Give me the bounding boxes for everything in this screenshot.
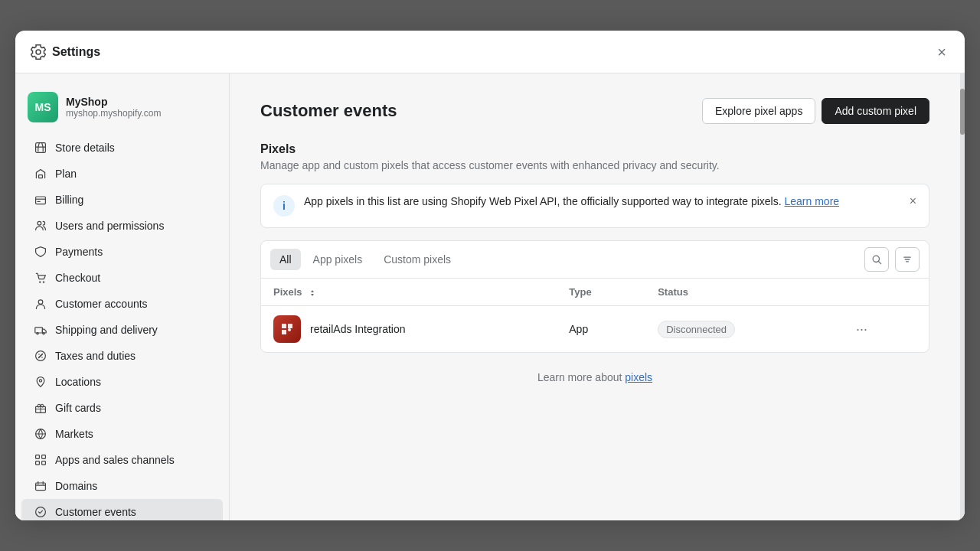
header-actions: Explore pixel apps Add custom pixel bbox=[702, 98, 929, 124]
sidebar-item-customer-events[interactable]: Customer events bbox=[21, 499, 223, 520]
main-content: Customer events Explore pixel apps Add c… bbox=[230, 73, 960, 520]
customer-events-icon bbox=[34, 505, 47, 519]
sidebar-item-label: Checkout bbox=[55, 272, 100, 284]
sidebar-item-label: Gift cards bbox=[55, 402, 101, 414]
sidebar-item-markets[interactable]: Markets bbox=[21, 421, 223, 447]
sidebar-item-label: Users and permissions bbox=[55, 220, 164, 232]
modal-title: Settings bbox=[52, 45, 100, 59]
pixel-actions-cell: ··· bbox=[838, 306, 929, 353]
tab-all[interactable]: All bbox=[270, 249, 301, 270]
sidebar-item-domains[interactable]: Domains bbox=[21, 473, 223, 499]
shipping-icon bbox=[34, 323, 47, 337]
pixels-section-desc: Manage app and custom pixels that access… bbox=[260, 159, 929, 171]
svg-point-5 bbox=[43, 281, 44, 282]
banner-close-button[interactable]: × bbox=[910, 195, 916, 207]
payments-icon bbox=[34, 245, 47, 259]
pixel-app-icon bbox=[273, 315, 301, 343]
col-pixels[interactable]: Pixels bbox=[261, 279, 557, 306]
table-row: retailAds Integration App Disconnected ·… bbox=[261, 306, 929, 353]
pixels-section-title: Pixels bbox=[260, 142, 929, 156]
status-badge: Disconnected bbox=[658, 321, 735, 338]
markets-icon bbox=[34, 427, 47, 441]
svg-rect-15 bbox=[42, 455, 46, 459]
svg-point-8 bbox=[37, 333, 38, 334]
pixels-learn-more-link[interactable]: pixels bbox=[625, 371, 652, 383]
svg-rect-16 bbox=[36, 461, 40, 465]
col-actions bbox=[838, 279, 929, 306]
store-url: myshop.myshopify.com bbox=[66, 108, 161, 119]
sidebar-item-label: Plan bbox=[55, 168, 77, 180]
sidebar-item-label: Store details bbox=[55, 142, 115, 154]
billing-icon bbox=[34, 193, 47, 207]
modal-overlay: Settings × MS MyShop myshop.myshopify.co… bbox=[0, 0, 980, 551]
more-options-button[interactable]: ··· bbox=[850, 318, 874, 341]
svg-point-9 bbox=[43, 333, 44, 334]
sidebar-item-billing[interactable]: Billing bbox=[21, 187, 223, 213]
sidebar-item-label: Customer accounts bbox=[55, 298, 148, 310]
locations-icon bbox=[34, 375, 47, 389]
svg-rect-7 bbox=[35, 328, 43, 333]
svg-point-11 bbox=[39, 380, 41, 382]
modal-body: MS MyShop myshop.myshopify.com Store det… bbox=[15, 73, 965, 520]
checkout-icon bbox=[34, 271, 47, 285]
tab-app-pixels[interactable]: App pixels bbox=[304, 249, 372, 270]
sidebar: MS MyShop myshop.myshopify.com Store det… bbox=[15, 73, 230, 520]
scroll-thumb[interactable] bbox=[960, 89, 965, 135]
svg-point-6 bbox=[38, 300, 43, 305]
pixel-name: retailAds Integration bbox=[310, 323, 406, 335]
info-icon: i bbox=[273, 195, 295, 217]
explore-pixel-apps-button[interactable]: Explore pixel apps bbox=[702, 98, 815, 124]
svg-rect-1 bbox=[39, 175, 43, 178]
svg-rect-14 bbox=[36, 455, 40, 459]
store-text: MyShop myshop.myshopify.com bbox=[66, 96, 161, 119]
domains-icon bbox=[34, 479, 47, 493]
info-banner: i App pixels in this list are using Shop… bbox=[260, 184, 929, 228]
sidebar-item-store-details[interactable]: Store details bbox=[21, 135, 223, 161]
page-title: Customer events bbox=[260, 101, 397, 121]
sidebar-item-users-permissions[interactable]: Users and permissions bbox=[21, 213, 223, 239]
col-type: Type bbox=[557, 279, 645, 306]
pixel-type: App bbox=[557, 306, 645, 353]
close-button[interactable]: × bbox=[934, 41, 949, 63]
add-custom-pixel-button[interactable]: Add custom pixel bbox=[822, 98, 929, 124]
info-banner-text: App pixels in this list are using Shopif… bbox=[304, 195, 900, 207]
pixels-table-card: All App pixels Custom pixels bbox=[260, 240, 929, 353]
customer-accounts-icon bbox=[34, 297, 47, 311]
pixel-name-cell: retailAds Integration bbox=[261, 306, 557, 353]
sidebar-item-label: Billing bbox=[55, 194, 83, 206]
gear-icon bbox=[31, 44, 46, 60]
taxes-icon bbox=[34, 349, 47, 363]
users-icon bbox=[34, 219, 47, 233]
sidebar-item-shipping-delivery[interactable]: Shipping and delivery bbox=[21, 317, 223, 343]
tab-custom-pixels[interactable]: Custom pixels bbox=[374, 249, 460, 270]
sort-button[interactable] bbox=[895, 247, 920, 272]
sidebar-item-label: Apps and sales channels bbox=[55, 454, 175, 466]
sidebar-item-gift-cards[interactable]: Gift cards bbox=[21, 395, 223, 421]
svg-point-3 bbox=[38, 221, 41, 225]
scroll-track bbox=[960, 73, 965, 520]
sidebar-item-payments[interactable]: Payments bbox=[21, 239, 223, 265]
page-header: Customer events Explore pixel apps Add c… bbox=[260, 98, 929, 124]
sidebar-item-apps-sales-channels[interactable]: Apps and sales channels bbox=[21, 447, 223, 473]
sidebar-item-label: Taxes and duties bbox=[55, 350, 136, 362]
settings-modal: Settings × MS MyShop myshop.myshopify.co… bbox=[15, 31, 965, 520]
sidebar-item-customer-accounts[interactable]: Customer accounts bbox=[21, 291, 223, 317]
store-info: MS MyShop myshop.myshopify.com bbox=[15, 86, 229, 135]
svg-rect-18 bbox=[36, 483, 46, 491]
learn-more-link[interactable]: Learn more bbox=[784, 195, 839, 207]
sidebar-item-locations[interactable]: Locations bbox=[21, 369, 223, 395]
sidebar-item-label: Markets bbox=[55, 428, 93, 440]
table-toolbar: All App pixels Custom pixels bbox=[261, 241, 929, 279]
sidebar-item-checkout[interactable]: Checkout bbox=[21, 265, 223, 291]
sidebar-item-plan[interactable]: Plan bbox=[21, 161, 223, 187]
search-button[interactable] bbox=[864, 247, 889, 272]
plan-icon bbox=[34, 167, 47, 181]
sidebar-item-taxes-duties[interactable]: Taxes and duties bbox=[21, 343, 223, 369]
pixels-table: Pixels Type bbox=[261, 279, 929, 352]
gift-cards-icon bbox=[34, 401, 47, 415]
store-name: MyShop bbox=[66, 96, 161, 108]
svg-point-4 bbox=[39, 281, 41, 282]
sidebar-item-label: Shipping and delivery bbox=[55, 324, 158, 336]
sidebar-item-label: Customer events bbox=[55, 506, 136, 518]
col-status: Status bbox=[645, 279, 838, 306]
